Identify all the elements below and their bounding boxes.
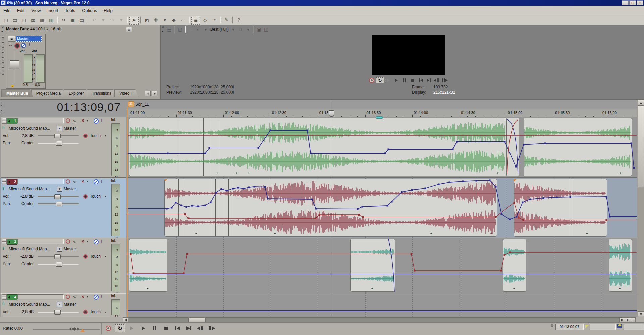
overlays-grid-icon[interactable]: ⌗ — [237, 26, 244, 33]
next-frame-button[interactable] — [207, 325, 216, 332]
audio-device-selector[interactable]: Microsoft Sound Map... — [9, 126, 50, 131]
record-button[interactable] — [368, 78, 375, 83]
automation-gear-icon[interactable] — [83, 254, 88, 259]
hscroll-left-icon[interactable] — [123, 317, 128, 323]
copy-snapshot-icon[interactable]: ▣ — [256, 26, 262, 33]
arm-record-icon[interactable] — [65, 179, 70, 184]
play-normal-button[interactable] — [393, 78, 400, 83]
track-minimize-icon[interactable] — [2, 294, 7, 297]
track-lane-1[interactable]: +++++ — [127, 117, 637, 178]
normal-edit-tool-icon[interactable]: ➤ — [129, 16, 139, 25]
close-master-bus-icon[interactable]: ✕ — [1, 26, 4, 29]
video-preview-props-icon[interactable]: ▤ — [166, 26, 173, 33]
rate-slider-groove[interactable] — [33, 329, 100, 330]
stop-button[interactable] — [161, 325, 171, 332]
audio-event[interactable]: + — [524, 118, 632, 176]
event-fx-icon[interactable]: + — [620, 172, 621, 175]
play-from-start-button[interactable] — [127, 325, 137, 332]
play-normal-button[interactable] — [139, 325, 148, 332]
audio-event[interactable]: + — [350, 239, 395, 292]
vscroll-thumb[interactable] — [638, 106, 644, 187]
loop-playback-button[interactable]: ↻ — [115, 324, 125, 332]
track-envelope-icon[interactable]: ∿ — [73, 295, 76, 299]
solo-icon[interactable] — [94, 295, 99, 300]
tabs-scroll-left-icon[interactable] — [145, 91, 151, 96]
pan-value[interactable]: Center — [14, 201, 34, 206]
track-restore-icon[interactable] — [2, 242, 7, 244]
previous-frame-button[interactable] — [433, 78, 440, 83]
track-restore-icon[interactable] — [2, 121, 7, 124]
track-header-4[interactable]: 4∿✕▾!-Inf.612§Microsoft Sound Map...Mast… — [1, 293, 126, 317]
save-project-icon[interactable]: ◫ — [20, 16, 28, 24]
fx-gear-icon[interactable] — [14, 43, 20, 49]
track-number-badge[interactable]: 4 — [7, 294, 17, 300]
status-timecode-field[interactable]: 01:13:09,07 — [555, 324, 584, 330]
hscroll-right-icon[interactable] — [619, 317, 625, 323]
vscroll-up-icon[interactable] — [638, 100, 644, 106]
automation-mode[interactable]: Touch — [90, 309, 101, 314]
track-name-field[interactable] — [17, 118, 64, 123]
undo-icon[interactable]: ↶ — [90, 16, 98, 24]
arm-record-icon[interactable] — [65, 294, 70, 299]
phase-icon[interactable]: ! — [29, 42, 30, 47]
automation-gear-icon[interactable] — [83, 194, 88, 199]
zoom-in-icon[interactable]: + — [625, 317, 630, 323]
play-from-start-button[interactable] — [385, 78, 392, 83]
automation-dropdown-icon[interactable]: ▾ — [105, 134, 106, 137]
save-snapshot-icon[interactable]: ◫ — [263, 26, 270, 33]
track-name-field[interactable] — [17, 239, 64, 244]
track-name-field[interactable] — [17, 179, 64, 184]
mute-icon[interactable]: ✕ — [81, 239, 84, 244]
mixer-view-icon[interactable]: ▤ — [126, 27, 132, 32]
go-to-end-button[interactable] — [425, 78, 432, 83]
vol-value[interactable]: -2,8 dB — [14, 194, 34, 199]
tabs-scroll-right-icon[interactable] — [152, 91, 157, 96]
split-screen-view-icon[interactable]: ◐ — [195, 26, 202, 33]
track-lane-4[interactable] — [127, 293, 637, 317]
automation-dropdown-icon[interactable]: ▾ — [105, 195, 106, 198]
collapse-master-bus-icon[interactable]: ◂ — [1, 30, 3, 33]
tab-master-bus[interactable]: Master Bus — [1, 89, 33, 97]
solo-icon[interactable] — [94, 118, 99, 124]
audio-event[interactable]: + — [514, 179, 607, 237]
pan-value[interactable]: Center — [14, 141, 34, 145]
bus-assign-icon[interactable] — [57, 302, 62, 307]
tab-explorer[interactable]: Explorer — [64, 89, 89, 97]
video-output-fx-icon[interactable]: ◌ — [187, 26, 194, 33]
maximize-button[interactable]: ▢ — [629, 0, 636, 5]
overlays-dropdown-icon[interactable]: ▾ — [245, 26, 252, 33]
vol-slider-handle[interactable] — [54, 194, 61, 199]
go-to-start-button[interactable] — [417, 78, 424, 83]
track-number-badge[interactable]: 2 — [7, 179, 17, 185]
menu-insert[interactable]: Insert — [44, 6, 62, 15]
previous-frame-button[interactable] — [196, 325, 205, 332]
pushpin-icon[interactable] — [550, 324, 553, 329]
event-fx-icon[interactable]: + — [430, 232, 432, 235]
track-restore-icon[interactable] — [2, 297, 7, 300]
edit-details-icon[interactable]: ▥ — [47, 16, 55, 24]
menu-edit[interactable]: Edit — [14, 6, 28, 15]
menu-file[interactable]: File — [0, 6, 14, 15]
vol-value[interactable]: -2,8 dB — [14, 309, 34, 314]
track-envelope-icon[interactable]: ∿ — [73, 239, 76, 244]
event-fx-icon[interactable]: + — [371, 287, 373, 290]
close-preview-icon[interactable]: ✕ — [162, 26, 164, 29]
track-vscrollbar[interactable] — [637, 100, 644, 317]
event-fx-icon[interactable]: + — [216, 172, 218, 175]
track-minimize-icon[interactable] — [2, 179, 7, 182]
preview-quality-dropdown[interactable]: Best (Full) — [210, 27, 229, 32]
automation-gear-icon[interactable] — [83, 310, 88, 314]
project-properties-icon[interactable]: ▦ — [29, 16, 37, 24]
selection-edit-tool-icon[interactable]: ✚ — [152, 16, 160, 24]
bus-assign-icon[interactable] — [57, 187, 62, 192]
vol-value[interactable]: -2,8 dB — [14, 133, 34, 138]
event-fx-icon[interactable]: + — [236, 172, 237, 175]
master-bus-icon[interactable]: ▣ — [8, 36, 15, 42]
event-fx-icon[interactable]: + — [619, 287, 621, 290]
close-button[interactable]: ✕ — [637, 0, 643, 5]
redo-icon[interactable]: ↷ — [108, 16, 116, 24]
split-screen-dropdown-icon[interactable]: ▾ — [202, 26, 209, 33]
tab-project-media[interactable]: Project Media — [31, 89, 66, 97]
device-chain-icon[interactable]: § — [2, 125, 4, 129]
phase-icon[interactable]: ! — [101, 239, 102, 244]
